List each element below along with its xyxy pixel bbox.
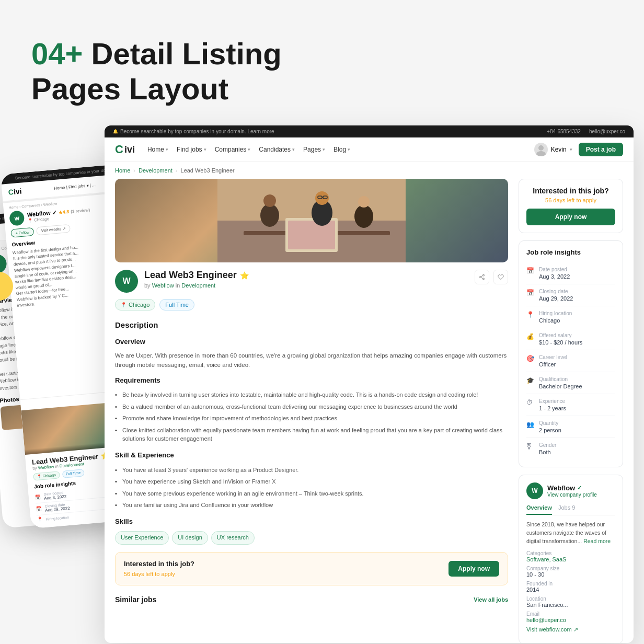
mob-type-tag: Full Time [62,469,84,478]
interest-days: 56 days left to apply [526,197,615,203]
insight-quantity: 👥 Quantity 2 person [526,416,615,438]
content-body: W Lead Web3 Engineer ⭐ by Webflow in Dev… [105,179,634,643]
cta-apply-button[interactable]: Apply now [448,561,499,577]
nav-find-jobs[interactable]: Find jobs ▾ [177,146,206,153]
nav-links[interactable]: Home ▾ Find jobs ▾ Companies ▾ Candidate… [147,146,522,153]
skills-heading: Skills [115,516,508,527]
insight-salary-info: Offered salary $10 - $20 / hours [539,332,582,346]
breadcrumb: Home › Development › Lead Web3 Engineer [105,162,634,179]
career-icon: 🎯 [526,355,535,363]
gender-icon: ⚧ [526,443,535,451]
nav-pages[interactable]: Pages ▾ [303,146,325,153]
main-left: W Lead Web3 Engineer ⭐ by Webflow in Dev… [115,179,508,643]
company-card-info: Webflow ✓ View company profile [547,484,597,498]
company-card-name: Webflow ✓ [547,484,597,492]
user-name: Kevin [551,146,567,153]
similar-jobs-title: Similar jobs [115,594,156,605]
share-btn[interactable] [475,270,489,284]
skill-1: You have at least 3 years' experience wo… [115,464,508,476]
nav-blog[interactable]: Blog ▾ [334,146,350,153]
tab-jobs[interactable]: Jobs 9 [558,504,575,515]
company-profile-link[interactable]: View company profile [547,492,597,498]
breadcrumb-current: Lead Web3 Engineer [181,167,235,174]
svg-line-92 [481,275,482,277]
view-all-link[interactable]: View all jobs [474,595,508,605]
skill-4: You are familiar using Jira and Confluen… [115,499,508,511]
skills-tags: User Experience UI design UX research [115,531,508,545]
nav-home[interactable]: Home ▾ [147,146,168,153]
topbar-email: hello@uxper.co [589,129,625,134]
breadcrumb-home[interactable]: Home [115,167,130,174]
nav-right: Kevin ▾ Post a job [534,143,623,156]
overview-heading: Overview [115,337,508,348]
company-link[interactable]: Webflow [152,282,174,289]
insight-experience-info: Experience 1 - 2 years [539,398,566,411]
hero-image [115,179,508,262]
cta-heading: Interested in this job? [124,559,194,570]
description-heading: Description [115,319,508,331]
insight-closing-info: Closing date Aug 29, 2022 [539,289,573,302]
category-link[interactable]: Development [181,282,215,289]
mob-location-tag: 📍 Chicago [33,471,60,480]
insight-gender: ⚧ Gender Both [526,438,615,459]
bottom-cta-info: Interested in this job? 56 days left to … [124,559,194,579]
job-tags: 📍 Chicago Full Time [115,299,508,310]
breadcrumb-sep-2: › [176,167,178,174]
interest-card: Interested in this job? 56 days left to … [519,179,623,233]
desktop-mockup: 🔔 Become searchable by top companies in … [105,125,634,643]
decorative-dots: // Will be rendered as static SVG [498,31,602,125]
breadcrumb-sep-1: › [133,167,135,174]
save-btn[interactable] [493,270,508,284]
desktop-nav: Civi Home ▾ Find jobs ▾ Companies ▾ Cand… [105,137,634,162]
svg-point-83 [354,205,373,228]
company-card-logo: W [526,482,543,499]
skill-tag-1: User Experience [115,531,169,545]
company-card: W Webflow ✓ View company profile Overvie… [519,475,623,643]
mob-company-logo: W [9,210,25,226]
company-categories: Categories Software, SaaS [526,550,615,562]
mob-nav-links-2: Home | Find jobs ▾ | ... [54,182,96,191]
tab-overview[interactable]: Overview [526,504,552,515]
svg-point-73 [536,151,546,156]
location-icon: 📍 [121,302,126,307]
req-3: Promote and share knowledge for improvem… [115,412,508,424]
desktop-topbar: 🔔 Become searchable by top companies in … [105,125,634,137]
read-more-link[interactable]: Read more [583,538,611,544]
announcement-icon: 🔔 [113,129,118,134]
nav-candidates[interactable]: Candidates ▾ [259,146,295,153]
skill-2: You have experience using Sketch and InV… [115,476,508,488]
sidebar: Interested in this job? 56 days left to … [519,179,623,643]
nav-companies[interactable]: Companies ▾ [215,146,251,153]
insight-date-posted-info: Date posted Aug 3, 2022 [539,267,570,280]
mob-follow-btn[interactable]: + Follow [10,227,34,238]
experience-icon: ⏱ [526,399,535,407]
company-description: Since 2018, we have helped our customers… [526,521,615,545]
skills-list: You have at least 3 years' experience wo… [115,464,508,511]
quantity-icon: 👥 [526,421,535,429]
insight-career-info: Career level Officer [539,354,567,367]
bottom-cta: Interested in this job? 56 days left to … [115,552,508,585]
company-tabs: Overview Jobs 9 [526,504,615,515]
location-pin-icon: 📍 [526,311,535,319]
breadcrumb-development[interactable]: Development [139,167,172,174]
svg-point-89 [480,277,481,278]
insights-title: Job role insights [526,248,615,256]
mob-visit-btn[interactable]: Visit website ↗ [36,224,71,236]
company-founded: Founded in 2014 [526,581,615,593]
company-website[interactable]: Visit webflow.com ↗ [526,626,615,633]
job-title-area: Lead Web3 Engineer ⭐ by Webflow in Devel… [144,270,468,289]
hero-image-inner [115,179,508,262]
insight-experience: ⏱ Experience 1 - 2 years [526,394,615,416]
svg-point-72 [538,145,544,151]
apply-now-button[interactable]: Apply now [526,209,615,225]
insight-date-posted: 📅 Date posted Aug 3, 2022 [526,262,615,284]
company-logo: W [115,270,138,293]
post-job-button[interactable]: Post a job [579,143,623,156]
insight-career: 🎯 Career level Officer [526,350,615,372]
insight-qualification: 🎓 Qualification Bachelor Degree [526,372,615,394]
salary-icon: 💰 [526,333,535,341]
qualification-icon: 🎓 [526,377,535,385]
nav-user[interactable]: Kevin ▾ [534,143,572,156]
verified-icon: ✓ [577,485,582,491]
description-section: Description Overview We are Uxper. With … [115,319,508,606]
